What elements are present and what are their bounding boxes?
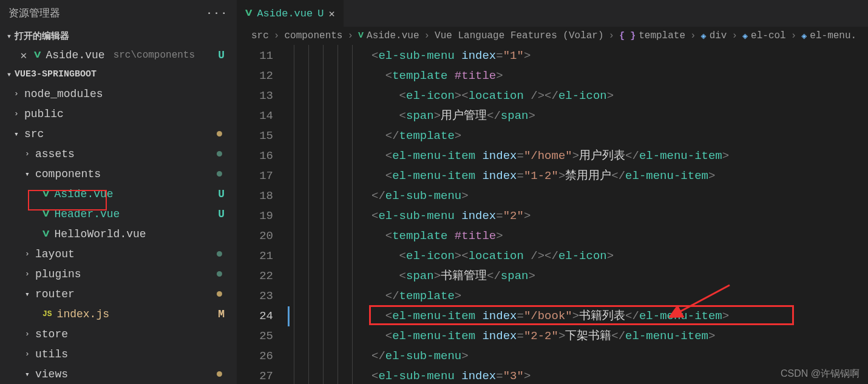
breadcrumb-item[interactable]: components xyxy=(284,30,342,41)
explorer-more-icon[interactable]: ··· xyxy=(206,7,228,19)
breadcrumb-label: Aside.vue xyxy=(367,30,419,41)
tree-folder[interactable]: ›layout xyxy=(0,244,237,264)
breadcrumb-item[interactable]: src xyxy=(251,30,269,41)
code-line[interactable]: <el-icon><location /></el-icon> xyxy=(371,86,868,106)
chevron-down-icon: ▾ xyxy=(23,169,32,179)
code-line[interactable]: </el-sub-menu> xyxy=(371,346,868,366)
code-line[interactable]: <template #title> xyxy=(371,226,868,246)
tree-folder[interactable]: ▾router xyxy=(0,284,237,304)
code-line[interactable]: <el-menu-item index="/home">用户列表</el-men… xyxy=(371,146,868,166)
line-number: 17 xyxy=(237,166,273,186)
tree-folder[interactable]: ›utils xyxy=(0,344,237,364)
code-line[interactable]: </template> xyxy=(371,126,868,146)
indent-guides xyxy=(288,45,371,384)
git-dot-icon xyxy=(217,251,222,257)
code-line[interactable]: <el-icon><location /></el-icon> xyxy=(371,246,868,266)
code-content[interactable]: <el-sub-menu index="1"> <template #title… xyxy=(371,45,868,384)
tree-item-label: src xyxy=(24,128,44,140)
code-line[interactable]: <el-menu-item index="2-2">下架书籍</el-menu-… xyxy=(371,326,868,346)
close-icon[interactable]: ✕ xyxy=(18,49,29,62)
tree-file[interactable]: VHeader.vueU xyxy=(0,204,237,224)
git-dot-icon xyxy=(217,151,222,157)
code-line[interactable]: <span>书籍管理</span> xyxy=(371,266,868,286)
tree-folder[interactable]: ▾views xyxy=(0,364,237,384)
line-number: 11 xyxy=(237,46,273,66)
breadcrumb-item[interactable]: { }template xyxy=(619,30,685,41)
open-editor-dir: src\components xyxy=(114,50,195,61)
project-section[interactable]: ▾ VUE3-SPRINGBOOT xyxy=(0,64,237,84)
cube-icon: ◈ xyxy=(801,30,807,42)
braces-icon: { } xyxy=(619,31,636,41)
git-status-badge: U xyxy=(218,49,225,61)
line-number: 20 xyxy=(237,226,273,246)
close-icon[interactable]: ✕ xyxy=(328,7,334,20)
cube-icon: ◈ xyxy=(701,30,707,42)
line-number: 21 xyxy=(237,246,273,266)
tree-folder[interactable]: ›plugins xyxy=(0,264,237,284)
explorer-sidebar: 资源管理器 ··· ▾ 打开的编辑器 ✕ V Aside.vue src\com… xyxy=(0,0,237,384)
breadcrumb-item[interactable]: ◈el-col xyxy=(742,30,786,42)
open-editors-section[interactable]: ▾ 打开的编辑器 xyxy=(0,26,237,45)
tree-item-label: node_modules xyxy=(24,88,103,100)
breadcrumb-separator: › xyxy=(791,30,797,41)
tree-item-label: index.js xyxy=(57,308,109,320)
code-line[interactable]: <el-menu-item index="/book">书籍列表</el-men… xyxy=(371,306,868,326)
tree-item-label: HelloWorld.vue xyxy=(54,228,146,240)
breadcrumb-item[interactable]: ◈div xyxy=(701,30,727,42)
chevron-right-icon: › xyxy=(23,249,32,258)
js-file-icon: JS xyxy=(42,309,52,318)
breadcrumb-item[interactable]: ◈el-menu. xyxy=(801,30,856,42)
editor-area: V Aside.vue U ✕ src›components›VAside.vu… xyxy=(237,0,868,384)
code-line[interactable]: <template #title> xyxy=(371,66,868,86)
tree-folder[interactable]: ›store xyxy=(0,324,237,344)
code-line[interactable]: </el-sub-menu> xyxy=(371,186,868,206)
tree-item-label: assets xyxy=(35,148,75,160)
code-line[interactable]: </template> xyxy=(371,286,868,306)
line-number: 22 xyxy=(237,266,273,286)
editor-tab-active[interactable]: V Aside.vue U ✕ xyxy=(237,0,344,27)
tree-folder[interactable]: ›node_modules xyxy=(0,84,237,104)
chevron-down-icon: ▾ xyxy=(4,69,15,79)
code-line[interactable]: <el-menu-item index="1-2">禁用用户</el-menu-… xyxy=(371,166,868,186)
tree-folder[interactable]: ›public xyxy=(0,104,237,124)
code-editor[interactable]: 1112131415161718192021222324252627 <el-s… xyxy=(237,45,868,384)
tree-file[interactable]: VAside.vueU xyxy=(0,184,237,204)
breadcrumb-item[interactable]: Vue Language Features (Volar) xyxy=(435,30,603,41)
vue-file-icon: V xyxy=(358,32,364,40)
explorer-header: 资源管理器 ··· xyxy=(0,0,237,26)
code-line[interactable]: <el-sub-menu index="1"> xyxy=(371,46,868,66)
chevron-down-icon: ▾ xyxy=(12,129,21,139)
line-number: 12 xyxy=(237,66,273,86)
git-status-badge: U xyxy=(218,188,225,200)
chevron-down-icon: ▾ xyxy=(23,369,32,379)
open-editor-filename: Aside.vue xyxy=(46,49,104,61)
line-number: 15 xyxy=(237,126,273,146)
chevron-right-icon: › xyxy=(12,109,21,118)
chevron-down-icon: ▾ xyxy=(23,289,32,299)
git-dot-icon xyxy=(217,291,222,297)
code-line[interactable]: <span>用户管理</span> xyxy=(371,106,868,126)
tree-item-label: plugins xyxy=(35,268,81,280)
line-number: 19 xyxy=(237,206,273,226)
code-line[interactable]: <el-sub-menu index="2"> xyxy=(371,206,868,226)
tree-folder[interactable]: ▾src xyxy=(0,124,237,144)
line-number: 14 xyxy=(237,106,273,126)
chevron-right-icon: › xyxy=(23,329,32,339)
file-tree: ›node_modules›public▾src›assets▾componen… xyxy=(0,84,237,384)
open-editors-label: 打开的编辑器 xyxy=(15,30,69,42)
tree-file[interactable]: VHelloWorld.vue xyxy=(0,224,237,244)
open-editor-item[interactable]: ✕ V Aside.vue src\components U xyxy=(0,45,237,65)
line-number: 24 xyxy=(237,306,273,326)
vue-file-icon: V xyxy=(42,229,49,240)
tree-file[interactable]: JSindex.jsM xyxy=(0,304,237,324)
line-number-gutter: 1112131415161718192021222324252627 xyxy=(237,45,288,384)
cube-icon: ◈ xyxy=(742,30,748,42)
tree-item-label: public xyxy=(24,108,64,120)
breadcrumb-item[interactable]: VAside.vue xyxy=(358,30,419,41)
tree-folder[interactable]: ▾components xyxy=(0,164,237,184)
tree-folder[interactable]: ›assets xyxy=(0,144,237,164)
breadcrumb-label: el-menu. xyxy=(810,30,856,41)
breadcrumb[interactable]: src›components›VAside.vue›Vue Language F… xyxy=(237,27,868,45)
git-dot-icon xyxy=(217,371,222,377)
line-number: 13 xyxy=(237,86,273,106)
